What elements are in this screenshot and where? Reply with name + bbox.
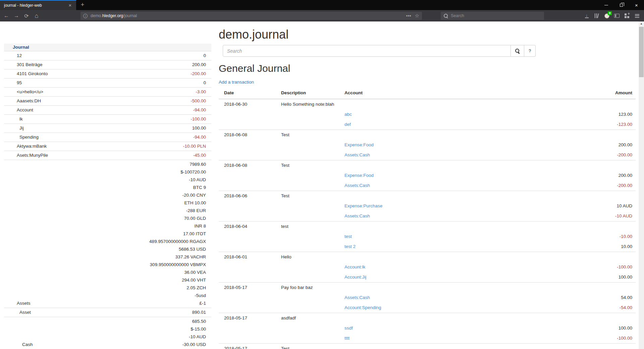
sidebar-account-amounts: 0 (203, 52, 211, 59)
transaction-description: test (281, 221, 636, 232)
back-button[interactable]: ← (1, 11, 11, 20)
sidebar-account-row: Spending-94.00 (4, 133, 211, 142)
sidebar-account-row: <u>hello</u>-3.00 (4, 87, 211, 96)
sidebar-account-name[interactable]: <u>hello</u> (4, 88, 196, 96)
posting-account-link[interactable]: Account:Jij (342, 272, 366, 282)
bookmark-star-icon[interactable]: ☆ (415, 13, 419, 19)
sidebar-account-name[interactable]: Asset (4, 308, 192, 316)
transaction-row[interactable]: 2018-06-08TestExpense:Food200.00Assets:C… (219, 130, 636, 160)
sidebar-account-name[interactable]: Assets (4, 299, 149, 307)
reload-button[interactable]: ⟳ (21, 11, 32, 20)
posting-account-link[interactable]: Expense:Purchase (342, 201, 382, 211)
posting-account-link[interactable]: test 2 (342, 242, 356, 252)
posting-account-link[interactable]: Assets:Cash (342, 181, 370, 191)
scrollbar-thumb[interactable] (639, 27, 644, 77)
sidebar-account-name[interactable]: Cash (4, 341, 182, 348)
posting-account-link[interactable]: abc (342, 109, 352, 119)
sidebar-amount: 489.957000000000 RGAGX (149, 238, 206, 245)
sidebar-account-amounts: 0 (203, 79, 211, 87)
sidebar-account-name[interactable]: Aaasets:DH (4, 97, 191, 105)
menu-button[interactable] (632, 11, 642, 20)
posting-account-link[interactable]: ssdf (342, 323, 353, 333)
reader-view-button[interactable] (612, 11, 622, 20)
url-text[interactable]: demo.hledger.org/journal (91, 13, 406, 18)
sidebar-amount: BTC 9 (149, 184, 206, 191)
transaction-row[interactable]: 2018-05-17Test (219, 343, 636, 349)
posting-account-link[interactable]: def (342, 119, 351, 130)
posting-account-link[interactable]: Expense:Food (342, 170, 374, 181)
posting-amount: -200.00 (617, 181, 636, 191)
posting-account-link[interactable]: Assets:Cash (342, 293, 370, 303)
posting-amount: 123.00 (619, 109, 636, 119)
home-button[interactable]: ⌂ (32, 11, 42, 20)
sidebar-account-name[interactable]: Aktywa:mBank (4, 142, 183, 150)
downloads-button[interactable]: ↓ (582, 11, 592, 20)
sidebar-amount: -3.00 (196, 88, 206, 96)
toolbar-search-field[interactable]: Search (441, 12, 544, 20)
sidebar-amount: 36.00 VEA (149, 268, 206, 276)
minimize-icon (604, 5, 608, 5)
library-button[interactable] (592, 11, 602, 20)
sidebar-amount: 7989.60 (149, 160, 206, 168)
page-actions-icon[interactable]: ••• (406, 13, 412, 18)
table-header-row: Date Description Account Amount (219, 88, 636, 99)
window-restore-button[interactable] (614, 0, 629, 10)
sidebar-amount: -288 EUR (149, 207, 206, 214)
search-help-button[interactable]: ? (524, 45, 536, 57)
sidebar-account-row: lk-100.00 (4, 114, 211, 123)
window-minimize-button[interactable] (599, 0, 614, 10)
transaction-description: Test (281, 160, 636, 170)
journal-link[interactable]: Journal (13, 45, 29, 50)
sidebar-account-name[interactable]: 12 (4, 52, 203, 59)
sidebar-account-name[interactable]: 95 (4, 79, 203, 87)
sidebar-account-name[interactable]: Spending (4, 133, 193, 141)
browser-tab[interactable]: journal - hledger-web × (0, 0, 76, 10)
site-info-icon[interactable]: i (83, 14, 88, 18)
posting-amount: 200.00 (619, 170, 636, 181)
transaction-row[interactable]: 2018-06-04testtest-10.00test 210.00 (219, 221, 636, 252)
sidebar-account-name[interactable]: Asets:MunyPile (4, 151, 193, 159)
journal-search-input[interactable] (223, 45, 511, 57)
sidebar-account-name[interactable]: 301 Beiträge (4, 61, 192, 68)
posting-account-link[interactable]: tttt (342, 333, 350, 343)
extensions-grid-button[interactable] (622, 11, 632, 20)
posting-account-link[interactable]: Account:lk (342, 262, 365, 272)
tab-close-icon[interactable]: × (67, 2, 73, 9)
new-tab-button[interactable]: + (78, 1, 87, 9)
sidebar-account-row: Account-94.00 (4, 105, 211, 114)
posting-row: Expense:Purchase10 AUD (342, 201, 636, 211)
transaction-row[interactable]: 2018-06-30Hello Something note:blahabc12… (219, 99, 636, 130)
posting-account-link[interactable]: Account:Spending (342, 303, 381, 313)
sidebar-account-row: 4101 Girokonto-200.00 (4, 69, 211, 78)
sidebar-account-name[interactable]: lk (4, 115, 191, 123)
posting-account-link[interactable]: Assets:Cash (342, 211, 370, 221)
search-submit-button[interactable] (511, 45, 524, 57)
page-scrollbar[interactable]: ▲ (639, 21, 644, 349)
transaction-date: 2018-05-17 (219, 313, 281, 323)
sidebar-account-name[interactable]: 4101 Girokonto (4, 70, 191, 78)
sidebar-amount: 294.00 VHT (149, 276, 206, 284)
extension-button[interactable]: 0 (602, 11, 612, 20)
url-bar[interactable]: i demo.hledger.org/journal ••• ☆ (80, 12, 422, 20)
header-description: Description (281, 90, 342, 95)
scrollbar-up-icon[interactable]: ▲ (639, 21, 644, 26)
browser-toolbar: ← → ⟳ ⌂ i demo.hledger.org/journal ••• ☆… (0, 10, 644, 21)
posting-row: ssdf100.00 (342, 323, 636, 333)
window-close-button[interactable]: × (629, 0, 644, 10)
sidebar-account-name[interactable]: Jij (4, 124, 192, 132)
sidebar-account-name[interactable]: Account (4, 106, 193, 114)
transaction-row[interactable]: 2018-06-06TestExpense:Purchase10 AUDAsse… (219, 191, 636, 221)
posting-account-link[interactable]: Expense:Food (342, 140, 374, 150)
transaction-row[interactable]: 2018-06-01HelloAccount:lk-100.00Account:… (219, 252, 636, 282)
add-transaction-link[interactable]: Add a transaction (219, 80, 254, 85)
hamburger-menu-icon (635, 14, 639, 18)
transaction-row[interactable]: 2018-05-17Pay foo bar bazAssets:Cash54.0… (219, 282, 636, 313)
sidebar-account-amounts: 100.00 (192, 124, 211, 132)
forward-button[interactable]: → (11, 11, 21, 20)
transaction-row[interactable]: 2018-06-08TestExpense:Food200.00Assets:C… (219, 160, 636, 191)
home-icon: ⌂ (35, 12, 39, 19)
posting-account-link[interactable]: Assets:Cash (342, 150, 370, 160)
sidebar-amount: 309.950000000000 VBMPX (149, 261, 206, 268)
posting-account-link[interactable]: test (342, 232, 352, 242)
transaction-row[interactable]: 2018-05-17asdfadfssdf100.00tttt-100.00 (219, 313, 636, 343)
